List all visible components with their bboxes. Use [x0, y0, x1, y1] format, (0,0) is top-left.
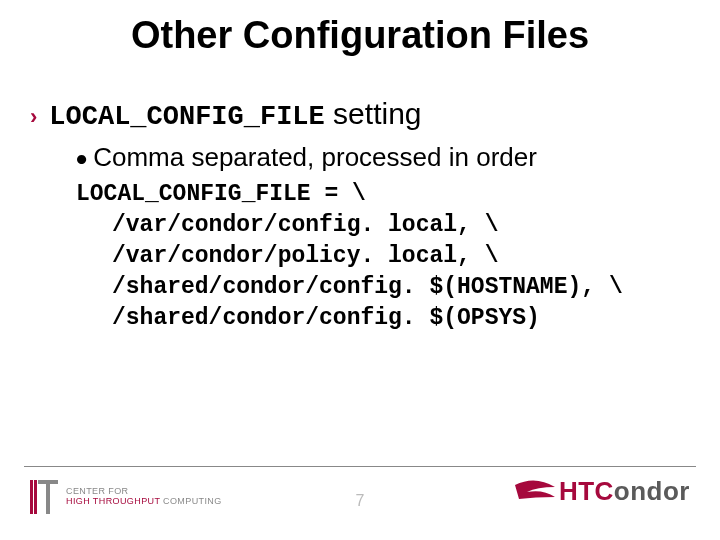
htcondor-logo-text: HTCondor — [559, 476, 690, 507]
bullet1-tail: setting — [325, 97, 422, 130]
code-line-1: LOCAL_CONFIG_FILE = \ — [76, 181, 366, 207]
slide-title: Other Configuration Files — [0, 0, 720, 57]
chevron-right-icon: › — [30, 100, 37, 128]
code-block: LOCAL_CONFIG_FILE = \ /var/condor/config… — [76, 179, 690, 334]
chtc-logo-text: CENTER FOR HIGH THROUGHPUT COMPUTING — [66, 487, 222, 507]
bullet-dot-icon: • — [76, 148, 87, 170]
htcondor-wing-icon — [513, 479, 557, 505]
chtc-logo-mark-icon — [30, 480, 58, 514]
bullet-level1: › LOCAL_CONFIG_FILE setting — [30, 97, 690, 132]
chtc-logo-line2: HIGH THROUGHPUT COMPUTING — [66, 497, 222, 507]
code-line-4: /shared/condor/config. $(HOSTNAME), \ — [76, 272, 690, 303]
page-number: 7 — [356, 492, 365, 510]
bullet1-text: LOCAL_CONFIG_FILE setting — [49, 97, 421, 132]
bullet2-text: Comma separated, processed in order — [93, 142, 537, 173]
code-line-5: /shared/condor/config. $(OPSYS) — [76, 303, 690, 334]
slide-body: › LOCAL_CONFIG_FILE setting • Comma sepa… — [0, 57, 720, 334]
code-line-3: /var/condor/policy. local, \ — [76, 241, 690, 272]
htcondor-logo: HTCondor — [513, 476, 690, 507]
bullet1-code: LOCAL_CONFIG_FILE — [49, 102, 324, 132]
bullet-level2: • Comma separated, processed in order — [76, 142, 690, 173]
chtc-logo: CENTER FOR HIGH THROUGHPUT COMPUTING — [30, 480, 222, 514]
footer: 7 CENTER FOR HIGH THROUGHPUT COMPUTING H… — [0, 466, 720, 540]
footer-rule — [24, 466, 696, 467]
code-line-2: /var/condor/config. local, \ — [76, 210, 690, 241]
